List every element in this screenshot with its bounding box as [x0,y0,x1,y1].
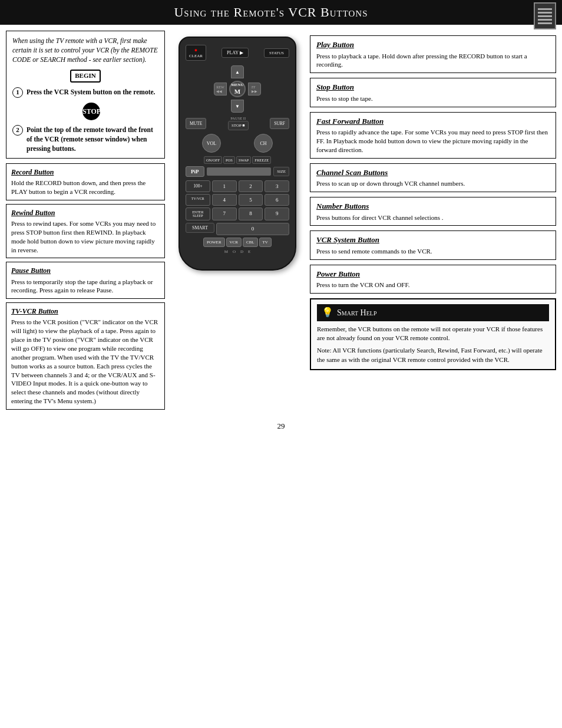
smart-help-title: Smart Help [337,307,376,319]
onoff-label: ON/OFF [206,158,220,162]
number-button-info: Number Buttons Press buttons for direct … [310,197,556,226]
onoff-pos-swap-freeze-row: ON/OFF POS SWAP FREEZE [186,156,289,164]
ch-button[interactable]: CH [254,134,273,153]
tv-mode-button[interactable]: TV [259,238,272,247]
begin-badge: BEGIN [70,70,100,82]
rewind-button-desc: Rewind Button Press to rewind tapes. For… [6,204,165,259]
mode-o: O [233,249,236,254]
stop-button-title: Stop Button [316,82,550,93]
step-2: 2 Point the top of the remote toward the… [12,125,158,153]
power-button-desc: Press to turn the VCR ON and OFF. [316,281,550,289]
pip-button[interactable]: PiP [186,166,204,177]
record-button-title: Record Button [11,167,160,177]
btn-1[interactable]: 1 [212,180,237,192]
dpad-down-button[interactable]: ▼ [231,100,244,113]
fast-forward-button-info: Fast Forward Button Press to rapidly adv… [310,112,556,159]
smart-zero-row: SMART 0 [186,223,289,235]
stop-button-desc: Press to stop the tape. [316,94,550,103]
smart-help-note: Note: All VCR functions (particularly Se… [317,346,549,364]
power-row: POWER VCR CBL TV [186,238,289,247]
dpad-left-button[interactable]: REW◀◀ [214,83,227,95]
mute-button[interactable]: MUTE [186,118,206,129]
mode-d: D [240,249,243,254]
play-button-title: Play Button [316,39,550,50]
btn-8[interactable]: 8 [239,207,263,220]
stop-button[interactable]: STOP ■ [228,121,249,130]
pip-label: PiP [191,169,199,174]
intro-text: When using the TV remote with a VCR, fir… [12,36,158,64]
status-label: STATUS [269,51,284,55]
enter-sleep-button[interactable]: ENTER SLEEP [186,207,210,220]
book-icon [534,2,556,29]
step-2-text: Point the top of the remote toward the f… [27,125,158,153]
btn-100[interactable]: 100+ [186,180,210,192]
btn-0[interactable]: 0 [216,223,289,235]
tv-vcr-button[interactable]: TV/VCR [186,194,210,206]
step-1-number: 1 [12,87,23,98]
dpad: ▲ REW◀◀ MENUM FF▶▶ ▼ [214,65,261,113]
dpad-container: ▲ REW◀◀ MENUM FF▶▶ ▼ [186,65,289,113]
page-number: 29 [0,416,562,437]
record-button-text: Hold the RECORD button down, and then pr… [11,179,160,196]
remote-image-column: ● REC ● CLEAR PLAY ▶ STATUS ▲ REW◀◀ [170,31,305,410]
vcr-mode-button[interactable]: VCR [226,238,242,247]
btn-7[interactable]: 7 [212,207,237,220]
rewind-button-title: Rewind Button [11,208,160,218]
pip-row: PiP SIZE [186,166,289,177]
pause-button-title: Pause Button [11,266,160,275]
btn-2[interactable]: 2 [239,180,263,192]
vol-button[interactable]: VOL [202,134,221,153]
mute-stop-surf-row: MUTE PAUSE II STOP ■ SURF [186,116,289,130]
rec-dot: ● [194,47,197,53]
pause-button-text: Press to temporarily stop the tape durin… [11,278,160,295]
size-button[interactable]: SIZE [273,167,289,176]
status-button[interactable]: STATUS [264,48,289,58]
btn-6[interactable]: 6 [265,194,289,206]
rec-clear-button[interactable]: ● REC ● CLEAR [186,45,206,61]
swap-button[interactable]: SWAP [236,156,251,164]
play-button[interactable]: PLAY ▶ [222,48,249,58]
dpad-right-button[interactable]: FF▶▶ [248,83,261,95]
tvvcr-button-desc: TV-VCR Button Press to the VCR position … [6,302,165,410]
number-button-title: Number Buttons [316,201,550,212]
play-label: PLAY ▶ [227,50,243,55]
pause-button-desc: Pause Button Press to temporarily stop t… [6,262,165,299]
surf-label: SURF [274,121,285,126]
surf-button[interactable]: SURF [270,118,289,129]
smart-button[interactable]: SMART [186,223,214,233]
pos-button[interactable]: POS [223,156,235,164]
onoff-button[interactable]: ON/OFF [204,156,222,164]
intro-box: When using the TV remote with a VCR, fir… [6,31,165,159]
cbl-mode-button[interactable]: CBL [243,238,258,247]
vol-ch-row: VOL CH [186,134,289,153]
remote-top-row: ● REC ● CLEAR PLAY ▶ STATUS [186,45,289,61]
btn-5[interactable]: 5 [239,194,263,206]
smart-help-header: 💡 Smart Help [317,304,549,321]
page-header: Using the Remote's VCR Buttons [0,0,562,25]
btn-4[interactable]: 4 [212,194,237,206]
freeze-button[interactable]: FREEZE [252,156,271,164]
btn-9[interactable]: 9 [265,207,289,220]
tvvcr-button-title: TV-VCR Button [11,307,160,316]
vcr-system-button-info: VCR System Button Press to send remote c… [310,230,556,259]
left-column: When using the TV remote with a VCR, fir… [6,31,165,410]
smart-help-box: 💡 Smart Help Remember, the VCR buttons o… [310,298,556,370]
dpad-up-button[interactable]: ▲ [231,65,244,78]
vol-label: VOL [207,141,216,146]
header-title: Using the Remote's VCR Buttons [174,5,368,19]
remote-control: ● REC ● CLEAR PLAY ▶ STATUS ▲ REW◀◀ [178,37,296,271]
mode-e: E [248,249,250,254]
dpad-center-menu[interactable]: MENUM [229,81,246,97]
bulb-icon: 💡 [322,306,333,319]
pip-bar [207,167,272,176]
channel-scan-button-title: Channel Scan Buttons [316,167,550,178]
smart-help-body: Remember, the VCR buttons on the remote … [317,325,549,365]
mute-label: MUTE [190,121,202,126]
fast-forward-button-desc: Press to rapidly advance the tape. For s… [316,128,550,154]
btn-3[interactable]: 3 [265,180,289,192]
number-button-desc: Press buttons for direct VCR channel sel… [316,213,550,222]
mode-row: M O D E [186,249,289,254]
power-button[interactable]: POWER [203,238,225,247]
right-column: Play Button Press to playback a tape. Ho… [310,31,556,410]
play-button-info: Play Button Press to playback a tape. Ho… [310,35,556,73]
